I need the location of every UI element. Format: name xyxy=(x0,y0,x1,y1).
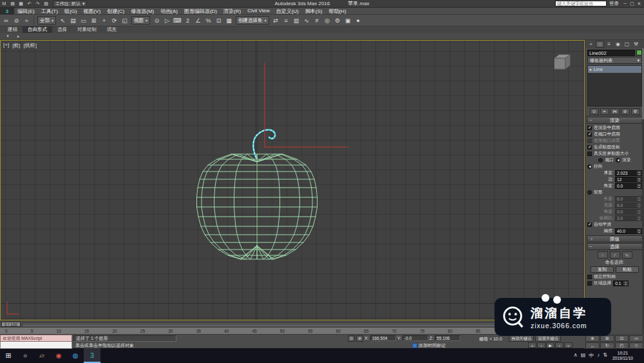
subobject-button[interactable]: ∿ xyxy=(622,251,632,259)
value-spinner[interactable]: 6.0▴▾ xyxy=(615,202,642,208)
toolbar-icon[interactable]: ⊙ xyxy=(152,15,162,25)
renderer-radio[interactable] xyxy=(616,158,620,162)
command-panel-tab[interactable]: ⚒ xyxy=(632,41,640,48)
window-button[interactable]: ─ xyxy=(621,1,629,6)
toolbar-icon[interactable]: ⊡ xyxy=(214,15,223,25)
selection-lock-toggle[interactable]: ⊘ xyxy=(356,335,363,342)
auto-key-button[interactable]: 自动关键点 xyxy=(509,335,534,342)
window-button[interactable]: ▢ xyxy=(629,1,636,6)
viewport-radio[interactable] xyxy=(598,158,603,162)
stack-tool-button[interactable]: ⋈ xyxy=(611,108,620,115)
area-selection-checkbox[interactable] xyxy=(587,281,592,286)
toolbar-icon[interactable]: ⌨ xyxy=(173,15,182,25)
subobject-button[interactable]: ∴ xyxy=(598,251,608,259)
spinner-arrows-icon[interactable]: ▴▾ xyxy=(637,177,641,182)
menu-item[interactable]: Civil View xyxy=(244,8,273,15)
window-button[interactable]: ✕ xyxy=(636,1,643,6)
ribbon-strip-icon[interactable]: ▾ xyxy=(4,34,12,39)
taskbar-app-icon[interactable]: 3 xyxy=(84,348,100,363)
stack-tool-button[interactable]: ≍ xyxy=(600,108,609,115)
viewport-nav-button[interactable]: ▭ xyxy=(629,335,643,342)
value-spinner[interactable]: 0.0▴▾ xyxy=(615,209,642,215)
quick-access-icon[interactable]: ↶ xyxy=(25,0,33,7)
toolbar-icon[interactable]: 2 xyxy=(183,15,193,25)
modifier-stack[interactable]: ●Line xyxy=(587,65,642,106)
menu-item[interactable]: 帮助(H) xyxy=(325,8,349,15)
subobject-button[interactable]: ∕ xyxy=(610,251,620,259)
checkbox[interactable] xyxy=(587,126,592,130)
playback-button[interactable]: « xyxy=(528,342,536,348)
spinner-arrows-icon[interactable]: ▴▾ xyxy=(637,171,641,175)
spinner-arrows-icon[interactable]: ▴▾ xyxy=(637,184,641,188)
object-color-swatch[interactable] xyxy=(636,50,642,55)
menu-item[interactable]: 工具(T) xyxy=(38,8,61,15)
checkbox-row[interactable]: 使用视口设置 xyxy=(587,137,642,144)
tray-icon[interactable]: ▤ xyxy=(581,352,586,359)
toolbar-icon[interactable]: ⇄ xyxy=(271,15,281,25)
command-panel-tab[interactable]: ▢ xyxy=(623,41,631,48)
time-slider-handle[interactable]: 0 / 100 xyxy=(1,322,21,327)
stack-tool-button[interactable]: ⚙ xyxy=(631,108,640,115)
command-panel-tab[interactable]: ∩ xyxy=(596,41,604,48)
menu-item[interactable]: 图形编辑器(D) xyxy=(181,8,220,15)
toolbar-icon[interactable]: ⟳ xyxy=(109,15,119,25)
workspace-dropdown[interactable]: 工作区: 默认▾ xyxy=(53,1,87,7)
menu-item[interactable]: 自定义(U) xyxy=(273,8,302,15)
toolbar-icon[interactable]: ⚙ xyxy=(333,15,343,25)
spinner-arrows-icon[interactable]: ▴▾ xyxy=(637,197,641,201)
lock-handles-checkbox[interactable] xyxy=(587,275,592,279)
taskbar-app-icon[interactable]: ◉ xyxy=(50,348,67,363)
playback-button[interactable]: » xyxy=(564,342,573,348)
toolbar-icon[interactable]: ◱ xyxy=(120,15,129,25)
viewport-general-menu[interactable]: [+] xyxy=(3,42,9,49)
paste-button[interactable]: 粘贴 xyxy=(616,266,639,273)
toolbar-icon[interactable]: ▷ xyxy=(162,15,172,25)
viewport-nav-button[interactable]: ↔ xyxy=(585,342,600,349)
value-spinner[interactable]: 0.0▴▾ xyxy=(615,183,642,189)
named-selection-sets-dropdown[interactable]: 创建选择集▾ xyxy=(236,16,269,25)
area-spinner[interactable]: 0.1▴▾ xyxy=(613,280,629,286)
command-panel-tab[interactable]: ◉ xyxy=(614,41,622,48)
view-cube[interactable] xyxy=(551,50,573,72)
z-coordinate-field[interactable]: 55.106 xyxy=(435,335,460,341)
menu-item[interactable]: 编辑(E) xyxy=(14,8,38,15)
toolbar-icon[interactable]: ∿ xyxy=(302,15,312,25)
value-spinner[interactable]: 12▴▾ xyxy=(615,177,642,182)
checkbox-row[interactable]: 真实世界贴图大小 xyxy=(587,150,642,157)
quick-access-icon[interactable]: ▦ xyxy=(17,0,25,7)
copy-button[interactable]: 复制 xyxy=(591,266,614,273)
visibility-bulb-icon[interactable]: ● xyxy=(589,68,592,72)
maxscript-input-row[interactable] xyxy=(0,342,72,349)
viewport-shading-menu[interactable]: [线框] xyxy=(24,42,37,49)
checkbox[interactable] xyxy=(587,132,592,137)
viewport-nav-button[interactable]: ◇ xyxy=(629,342,643,349)
quick-access-icon[interactable]: ↷ xyxy=(33,0,42,7)
reference-coord-dropdown[interactable]: 视图▾ xyxy=(131,16,150,25)
checkbox[interactable] xyxy=(587,145,592,150)
tray-icon[interactable]: ⇅ xyxy=(603,352,607,359)
toolbar-icon[interactable]: # xyxy=(312,15,322,25)
spinner-arrows-icon[interactable]: ▴▾ xyxy=(637,203,641,208)
value-spinner[interactable]: 2.023▴▾ xyxy=(615,170,642,176)
add-time-tag[interactable]: 添加时间标记 xyxy=(412,342,446,349)
help-search-input[interactable] xyxy=(555,1,607,6)
menu-item[interactable]: 修改器(M) xyxy=(128,8,157,15)
toolbar-icon[interactable]: ∠ xyxy=(193,15,203,25)
value-spinner[interactable]: 3.0▴▾ xyxy=(615,215,642,221)
playback-button[interactable]: › xyxy=(555,342,564,348)
ribbon-tab[interactable]: 对象绘制 xyxy=(72,26,102,33)
viewport-nav-button[interactable]: ⊡ xyxy=(615,335,629,342)
spinner-arrows-icon[interactable]: ▴▾ xyxy=(623,281,628,286)
ribbon-tab[interactable]: 选择 xyxy=(52,26,72,33)
command-panel-tab[interactable]: + xyxy=(587,41,595,48)
threshold-spinner[interactable]: 40.0▴▾ xyxy=(615,228,642,234)
rectangular-radio[interactable] xyxy=(587,190,592,195)
viewport-nav-button[interactable]: ↻ xyxy=(600,342,614,349)
rollout-rendering-header[interactable]: −渲染 xyxy=(587,117,643,124)
tray-icon[interactable]: ♪ xyxy=(597,352,600,359)
checkbox-row[interactable]: 在视口中启用 xyxy=(587,131,642,137)
rollout-selection-header[interactable]: −选择 xyxy=(587,243,643,250)
menu-item[interactable]: 渲染(R) xyxy=(220,8,244,15)
rollout-interpolation-header[interactable]: ＋插值 xyxy=(587,235,643,242)
ribbon-strip-icon[interactable]: ▴ xyxy=(14,34,22,39)
